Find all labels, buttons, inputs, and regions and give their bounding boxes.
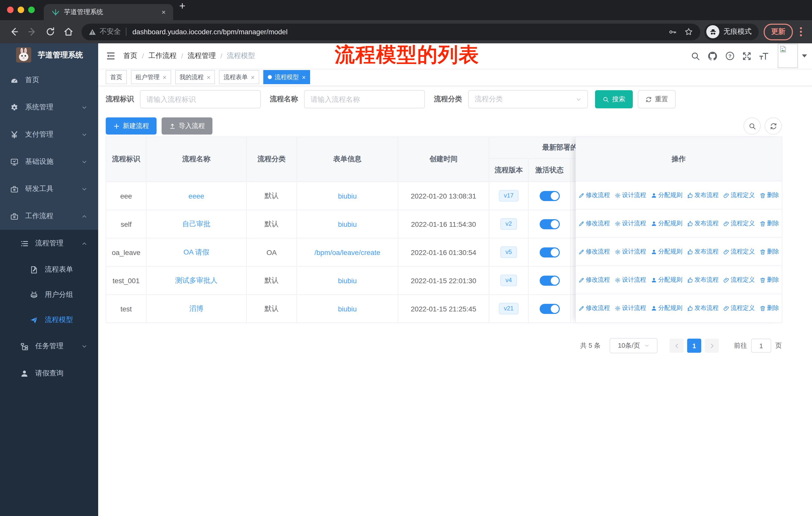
current-page-button[interactable]: 1 xyxy=(687,338,701,353)
github-icon[interactable] xyxy=(707,51,718,61)
forward-icon[interactable] xyxy=(27,27,37,37)
caret-down-icon[interactable] xyxy=(802,54,807,57)
sidebar-fold-icon[interactable] xyxy=(106,51,116,61)
modify-process-link[interactable]: 修改流程 xyxy=(578,276,610,284)
delete-link[interactable]: 删除 xyxy=(759,219,779,228)
version-badge[interactable]: v21 xyxy=(499,303,519,315)
sidebar-item-home[interactable]: 首页 xyxy=(0,66,98,94)
tag-close-icon[interactable] xyxy=(163,74,166,80)
form-info-link[interactable]: biubiu xyxy=(338,276,357,284)
process-name-link[interactable]: OA 请假 xyxy=(183,248,209,256)
active-toggle[interactable] xyxy=(540,304,559,314)
version-badge[interactable]: v17 xyxy=(499,190,519,201)
breadcrumb-item[interactable]: 工作流程 xyxy=(148,51,177,60)
avatar[interactable] xyxy=(778,44,798,68)
reload-icon[interactable] xyxy=(45,27,55,37)
delete-link[interactable]: 删除 xyxy=(759,304,779,313)
filter-category-select[interactable]: 流程分类 xyxy=(468,90,588,108)
process-definition-link[interactable]: 流程定义 xyxy=(723,304,755,313)
tag-close-icon[interactable] xyxy=(251,74,255,80)
sidebar-item-leave-query[interactable]: 请假查询 xyxy=(0,360,98,387)
active-toggle[interactable] xyxy=(540,219,559,229)
process-name-link[interactable]: 滔博 xyxy=(189,304,203,312)
modify-process-link[interactable]: 修改流程 xyxy=(578,219,610,228)
next-page-button[interactable] xyxy=(705,338,719,353)
sidebar-item-workflow[interactable]: 工作流程 xyxy=(0,202,98,230)
delete-link[interactable]: 删除 xyxy=(759,247,779,256)
process-definition-link[interactable]: 流程定义 xyxy=(723,219,755,228)
active-toggle[interactable] xyxy=(540,247,559,257)
design-process-link[interactable]: 设计流程 xyxy=(614,304,646,313)
form-info-link[interactable]: biubiu xyxy=(338,305,357,313)
assign-rule-link[interactable]: 分配规则 xyxy=(651,304,683,313)
tag-close-icon[interactable] xyxy=(302,74,306,80)
publish-process-link[interactable]: 发布流程 xyxy=(687,276,719,284)
form-info-link[interactable]: /bpm/oa/leave/create xyxy=(314,248,380,256)
tag-process-model[interactable]: 流程模型 xyxy=(263,70,310,84)
maximize-window-button[interactable] xyxy=(28,6,35,13)
home-icon[interactable] xyxy=(63,27,74,37)
design-process-link[interactable]: 设计流程 xyxy=(614,276,646,284)
modify-process-link[interactable]: 修改流程 xyxy=(578,247,610,256)
modify-process-link[interactable]: 修改流程 xyxy=(578,304,610,313)
form-info-link[interactable]: biubiu xyxy=(338,220,357,228)
tab-close-icon[interactable] xyxy=(159,8,168,16)
active-toggle[interactable] xyxy=(540,191,559,201)
password-key-icon[interactable] xyxy=(669,27,677,36)
browser-menu-icon[interactable] xyxy=(797,27,805,36)
search-button[interactable]: 搜索 xyxy=(595,90,633,108)
new-tab-button[interactable] xyxy=(179,0,185,12)
tag-home[interactable]: 首页 xyxy=(106,70,127,84)
delete-link[interactable]: 删除 xyxy=(759,191,779,199)
fullscreen-icon[interactable] xyxy=(742,51,752,61)
process-name-link[interactable]: 自己审批 xyxy=(182,219,210,227)
refresh-table-button[interactable] xyxy=(765,117,782,135)
publish-process-link[interactable]: 发布流程 xyxy=(687,247,719,256)
design-process-link[interactable]: 设计流程 xyxy=(614,247,646,256)
sidebar-item-task-management[interactable]: 任务管理 xyxy=(0,332,98,360)
sidebar-item-process-management[interactable]: 流程管理 xyxy=(0,230,98,257)
process-name-link[interactable]: eeee xyxy=(188,192,204,200)
show-search-button[interactable] xyxy=(744,117,761,135)
sidebar-item-devtools[interactable]: 研发工具 xyxy=(0,175,98,202)
assign-rule-link[interactable]: 分配规则 xyxy=(651,191,683,199)
publish-process-link[interactable]: 发布流程 xyxy=(687,191,719,199)
active-toggle[interactable] xyxy=(540,275,559,286)
tag-tenant[interactable]: 租户管理 xyxy=(131,70,171,84)
process-definition-link[interactable]: 流程定义 xyxy=(723,276,755,284)
close-window-button[interactable] xyxy=(7,6,13,13)
sidebar-item-pay[interactable]: 支付管理 xyxy=(0,121,98,148)
font-size-icon[interactable] xyxy=(759,51,769,61)
back-icon[interactable] xyxy=(9,27,19,37)
browser-tab[interactable]: 芋道管理系统 xyxy=(44,4,173,20)
reset-button[interactable]: 重置 xyxy=(638,90,675,108)
help-icon[interactable] xyxy=(725,51,735,61)
sidebar-item-process-model[interactable]: 流程模型 xyxy=(0,307,98,332)
delete-link[interactable]: 删除 xyxy=(759,276,779,284)
publish-process-link[interactable]: 发布流程 xyxy=(687,304,719,313)
publish-process-link[interactable]: 发布流程 xyxy=(687,219,719,228)
assign-rule-link[interactable]: 分配规则 xyxy=(651,247,683,256)
page-size-select[interactable]: 10条/页 xyxy=(610,338,658,353)
bookmark-star-icon[interactable] xyxy=(684,27,693,36)
sidebar-item-process-form[interactable]: 流程表单 xyxy=(0,257,98,282)
process-definition-link[interactable]: 流程定义 xyxy=(723,247,755,256)
filter-name-input[interactable] xyxy=(304,90,425,108)
breadcrumb-item[interactable]: 首页 xyxy=(123,51,138,60)
process-name-link[interactable]: 测试多审批人 xyxy=(175,276,218,284)
sidebar-item-user-group[interactable]: 用户分组 xyxy=(0,282,98,307)
minimize-window-button[interactable] xyxy=(18,6,24,13)
version-badge[interactable]: v4 xyxy=(500,275,517,286)
version-badge[interactable]: v5 xyxy=(500,247,517,258)
update-button[interactable]: 更新 xyxy=(764,23,793,40)
tag-my-process[interactable]: 我的流程 xyxy=(175,70,215,84)
prev-page-button[interactable] xyxy=(670,338,684,353)
sidebar-item-system[interactable]: 系统管理 xyxy=(0,94,98,121)
tag-close-icon[interactable] xyxy=(207,74,210,80)
goto-page-input[interactable] xyxy=(751,338,771,353)
filter-id-input[interactable] xyxy=(140,90,261,108)
sidebar-item-infra[interactable]: 基础设施 xyxy=(0,148,98,175)
design-process-link[interactable]: 设计流程 xyxy=(614,219,646,228)
address-bar[interactable]: 不安全 dashboard.yudao.iocoder.cn/bpm/manag… xyxy=(82,23,700,40)
search-icon[interactable] xyxy=(691,51,700,61)
